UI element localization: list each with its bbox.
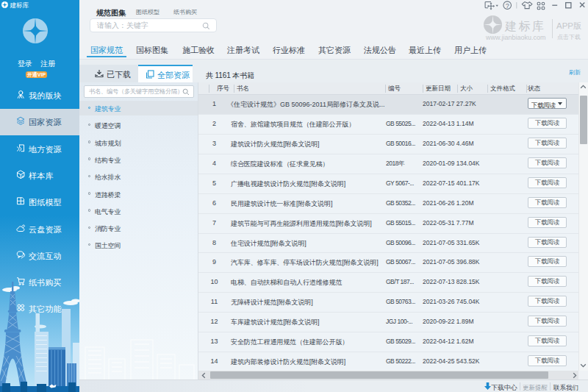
svg-text:?: ? bbox=[506, 2, 509, 10]
